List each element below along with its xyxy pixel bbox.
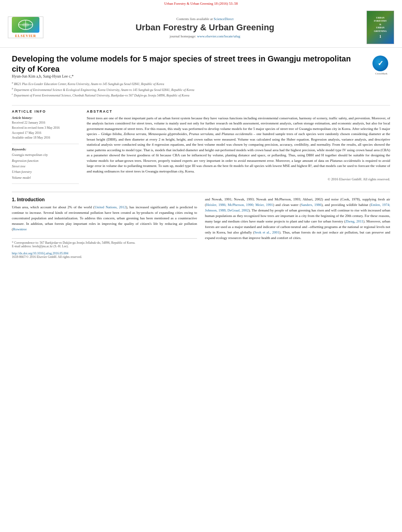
citation-seok[interactable]: Seok et al., 2001: [254, 230, 279, 234]
copyright: © 2016 Elsevier GmbH. All rights reserve…: [87, 177, 390, 181]
section-heading: 1. Introduction: [12, 197, 197, 202]
footnote-correspondence: * Correspondence to: 567 Baekjedae-ro Du…: [12, 241, 197, 245]
journal-homepage: journal homepage: www.elsevier.com/locat…: [43, 34, 367, 38]
crossmark-icon: ✓: [372, 56, 388, 71]
article-title: Developing the volume models for 5 major…: [12, 54, 367, 74]
article-info-abstract: ARTICLE INFO Article history: Received 2…: [12, 109, 390, 187]
authors: Hyun-Jun Kim a,b, Sang-Hyun Lee c,*: [12, 74, 367, 78]
introduction-section: 1. Introduction Urban area, which accoun…: [12, 197, 390, 259]
citation-heisler[interactable]: Heisler, 1986; McPherson, 1990; Meier, 1…: [206, 203, 273, 207]
footnote-doi: http://dx.doi.org/10.1016/j.ufug.2016.05…: [12, 252, 197, 255]
footnote-area: * Correspondence to: 567 Baekjedae-ro Du…: [12, 238, 197, 259]
contents-line: Contents lists available at ScienceDirec…: [43, 17, 367, 21]
abstract-text: Street trees are one of the most importa…: [87, 116, 390, 174]
journal-banner: ELSEVIER Contents lists available at Sci…: [0, 7, 402, 48]
citation-zheng[interactable]: Zheng, 2011: [345, 219, 363, 223]
elsevier-logo: ELSEVIER: [8, 17, 43, 38]
elsevier-wordmark: ELSEVIER: [15, 34, 36, 38]
journal-url[interactable]: www.elsevier.com/locate/ufug: [197, 34, 240, 38]
history-block: Article history: Received 22 January 201…: [12, 116, 79, 144]
journal-volume-link[interactable]: Urban Forestry & Urban Greening 18 (2016…: [164, 2, 238, 6]
intro-right-text: and Nowak, 1991; Nowak, 1993; Nowak and …: [205, 197, 390, 241]
article-content: Developing the volume models for 5 major…: [0, 48, 402, 265]
journal-title: Urban Forestry & Urban Greening: [43, 22, 367, 33]
footnote-email: E-mail address: leesh@jnu.ac.kr (S.-H. L…: [12, 245, 197, 248]
citation-united-nations[interactable]: United Nations, 2012: [95, 205, 126, 209]
history-label: Article history:: [12, 116, 79, 120]
article-info-title: ARTICLE INFO: [12, 109, 79, 113]
affiliations: a BK21 Plus Eco-Leader Education Center,…: [12, 81, 367, 98]
keywords-block: Keywords: Gwangju metropolitan city Regr…: [12, 147, 79, 184]
journal-header-center: Contents lists available at ScienceDirec…: [43, 17, 367, 38]
title-section: Developing the volume models for 5 major…: [12, 54, 390, 106]
history-dates: Received 22 January 2016 Received in rev…: [12, 120, 79, 141]
abstract-panel: ABSTRACT Street trees are one of the mos…: [87, 109, 390, 187]
page: Urban Forestry & Urban Greening 18 (2016…: [0, 0, 402, 532]
keywords-label: Keywords:: [12, 147, 79, 151]
journal-thumbnail: URBANFORESTRY&URBANGREENING 1: [367, 11, 394, 44]
article-title-text: Developing the volume models for 5 major…: [12, 54, 367, 102]
keywords-list: Gwangju metropolitan city Regression fun…: [12, 152, 79, 180]
intro-left-col: 1. Introduction Urban area, which accoun…: [12, 197, 197, 259]
footnote-issn: 1618-8667/© 2016 Elsevier GmbH. All righ…: [12, 255, 197, 259]
intro-right-col: and Nowak, 1991; Nowak, 1993; Nowak and …: [205, 197, 390, 259]
intro-left-text: Urban area, which account for about 2% o…: [12, 205, 197, 232]
article-info-panel: ARTICLE INFO Article history: Received 2…: [12, 109, 79, 187]
crossmark-label: CrossMark: [372, 72, 390, 75]
divider: [12, 192, 390, 192]
crossmark-logo[interactable]: ✓ CrossMark: [372, 56, 390, 75]
abstract-title: ABSTRACT: [87, 109, 390, 113]
doi-link[interactable]: http://dx.doi.org/10.1016/j.ufug.2016.05…: [12, 252, 68, 255]
sciencedirect-link[interactable]: ScienceDirect: [214, 17, 233, 21]
citation-rowntree[interactable]: Rowntree: [13, 227, 27, 231]
top-banner: Urban Forestry & Urban Greening 18 (2016…: [0, 0, 402, 7]
citation-sanders[interactable]: Sanders, 1986: [301, 203, 322, 207]
